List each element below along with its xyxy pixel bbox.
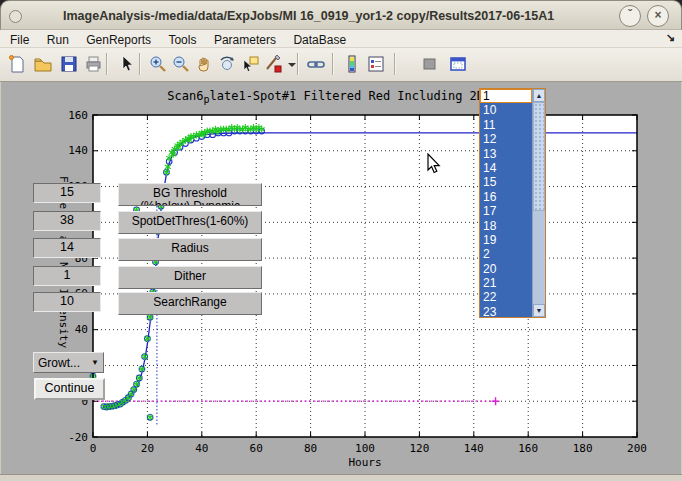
x-tick-label: 140 [457,442,491,455]
x-tick-label: 200 [620,442,654,455]
x-tick-label: 120 [402,442,436,455]
toolbar [0,48,682,82]
mouse-cursor-icon [427,153,441,174]
close-button[interactable]: × [647,5,669,27]
x-tick-label: 180 [566,442,600,455]
toolbar-separator [297,53,299,75]
x-tick-label: 0 [76,442,110,455]
radius-field[interactable]: 14 [33,238,101,258]
dock-figure-icon[interactable] [448,54,468,74]
print-icon[interactable] [83,54,103,74]
continue-button[interactable]: Continue [34,378,105,400]
zoom-out-icon[interactable] [171,54,191,74]
menu-item-run[interactable]: Run [47,32,69,49]
new-file-icon[interactable] [7,54,27,74]
brush-icon[interactable] [263,54,283,74]
window-menu-icon[interactable] [9,10,22,23]
list-item-20[interactable]: 20 [480,262,532,276]
menu-bar: File Run GenReports Tools Parameters Dat… [0,30,682,48]
x-axis-label: Hours [93,456,637,469]
chevron-down-icon: ▼ [91,358,99,367]
list-item-15[interactable]: 15 [480,175,532,189]
menu-item-database[interactable]: DataBase [293,32,346,49]
toolbar-separator [106,53,108,75]
open-folder-icon[interactable] [33,54,53,74]
list-item-18[interactable]: 18 [480,219,532,233]
y-tick-label: -20 [58,431,88,444]
brush-caret-icon[interactable] [284,54,304,74]
plot-tools-icon[interactable] [420,54,440,74]
list-item-11[interactable]: 11 [480,118,532,132]
list-item-17[interactable]: 17 [480,204,532,218]
list-item-13[interactable]: 13 [480,147,532,161]
y-tick-label: 140 [58,144,88,157]
spotdetthres-button[interactable]: SpotDetThres(1-60%) [118,211,262,234]
list-item-21[interactable]: 21 [480,276,532,290]
menu-item-tools[interactable]: Tools [168,32,196,49]
scan-listbox[interactable]: 110111213141516171819220212223 ▲ ▼ [479,88,546,318]
list-item-19[interactable]: 19 [480,233,532,247]
figure-area: Scan6plate1-Spot#1 Filtered Red Includin… [0,82,682,474]
list-item-22[interactable]: 22 [480,290,532,304]
pointer-icon[interactable] [116,54,136,74]
searchrange-button[interactable]: SearchRange [118,292,262,315]
searchrange-field[interactable]: 10 [33,292,101,312]
x-tick-label: 100 [348,442,382,455]
shade-button[interactable]: ˇ [619,5,641,27]
scroll-up-icon[interactable]: ▲ [533,89,545,102]
window-title: ImageAnalysis-/media/data/ExpJobs/MI 16_… [63,1,554,31]
y-tick-label: 40 [58,323,88,336]
scrollbar-thumb[interactable] [533,102,545,211]
x-tick-label: 60 [239,442,273,455]
title-bar[interactable]: ImageAnalysis-/media/data/ExpJobs/MI 16_… [0,0,682,30]
spotdetthres-field[interactable]: 38 [33,211,101,231]
menu-item-file[interactable]: File [10,32,29,49]
toolbar-separator [139,53,141,75]
save-icon[interactable] [59,54,79,74]
dither-button[interactable]: Dither [118,266,262,289]
bg-threshold-button[interactable]: BG Threshold(%below) Dynamic [118,183,262,206]
x-tick-label: 160 [511,442,545,455]
menu-item-genreports[interactable]: GenReports [86,32,151,49]
list-item-2[interactable]: 2 [480,247,532,261]
menu-overflow-icon[interactable]: ↘ [666,31,675,44]
listbox-scrollbar[interactable]: ▲ ▼ [532,89,545,317]
list-item-16[interactable]: 16 [480,190,532,204]
insert-legend-icon[interactable] [366,54,386,74]
window-frame-left [0,82,1,474]
window-frame-bottom [0,474,682,481]
dither-field[interactable]: 1 [33,266,101,286]
chevron-down-icon: ˇ [628,8,632,22]
x-tick-label: 20 [130,442,164,455]
menu-item-parameters[interactable]: Parameters [214,32,276,49]
rotate-3d-icon[interactable] [217,54,237,74]
zoom-in-icon[interactable] [148,54,168,74]
link-plots-icon[interactable] [306,54,326,74]
list-item-10[interactable]: 10 [480,103,532,117]
toolbar-separator [394,53,396,75]
scroll-down-icon[interactable]: ▼ [533,304,545,317]
scrollbar-track[interactable] [533,211,545,304]
close-icon: × [654,8,661,22]
plot-canvas [0,82,682,474]
data-cursor-icon[interactable] [240,54,260,74]
radius-button[interactable]: Radius [118,238,262,261]
growth-dropdown[interactable]: Growt... ▼ [33,352,104,373]
insert-colorbar-icon[interactable] [342,54,362,74]
list-item-14[interactable]: 14 [480,161,532,175]
pan-hand-icon[interactable] [194,54,214,74]
x-tick-label: 80 [294,442,328,455]
toolbar-separator [332,53,334,75]
bg-threshold-field[interactable]: 15 [33,183,101,203]
x-tick-label: 40 [185,442,219,455]
list-item-1[interactable]: 1 [480,89,532,103]
app-window: ImageAnalysis-/media/data/ExpJobs/MI 16_… [0,0,682,481]
list-item-23[interactable]: 23 [480,305,532,318]
list-item-12[interactable]: 12 [480,132,532,146]
y-tick-label: 160 [58,109,88,122]
